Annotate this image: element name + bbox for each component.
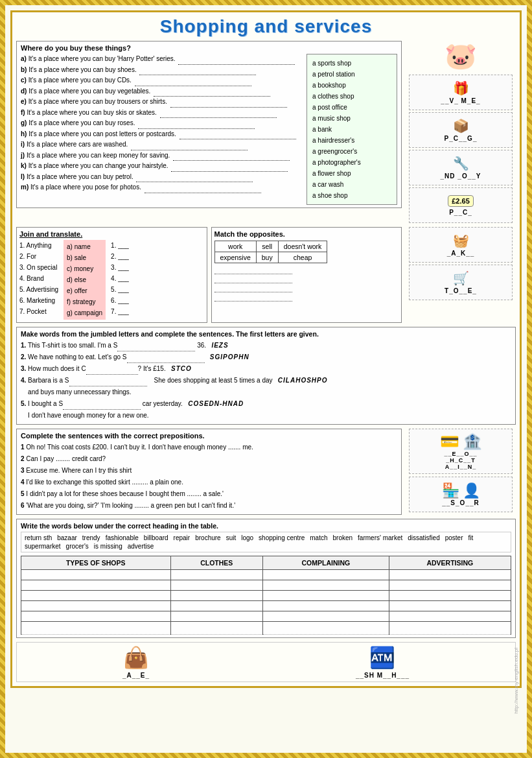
word-list: return sthbazaartrendyfashionablebillboa… [21,532,511,552]
col-advertising: ADVERTISING [389,556,511,570]
pig-icon: 🐷 [445,41,477,71]
question-g: g) It's a place where you can buy roses. [21,118,301,129]
question-a: a) It's a place where you can buy 'Harry… [21,54,301,65]
question-l: l) It's a place where you can buy petrol… [21,172,301,183]
question-f: f) It's a place where you can buy skis o… [21,108,301,119]
question-m: m) It's a place where you pose for photo… [21,182,301,193]
footer-row: 👜 _A__E_ 🏧 __SH M__H___ [16,642,516,682]
question-d: d) It's a place where you can buy vegeta… [21,86,301,97]
join-translate-section: Join and translate. 1. Anything 2. For 3… [16,227,207,323]
col-clothes: CLOTHES [170,556,263,570]
col-complaining: COMPLAINING [263,556,389,570]
word-table-section: Write the words below under the correct … [16,519,516,638]
img-box-cart: 🛒 T_O__E_ [409,265,513,300]
question-h: h) It's a place where you can post lette… [21,129,301,140]
col-shops: TYPES OF SHOPS [21,556,171,570]
question-j: j) It's a place where you can keep money… [21,150,301,161]
page-title: Shopping and services [16,16,516,37]
question-b: b) It's a place where you can buy shoes. [21,65,301,76]
watermark: http://www.my-english.edu.pl [513,648,519,714]
img-box-4: £2.65 P__C_ [409,187,513,223]
question-c: c) It's a place where you can buy CDs. [21,75,301,86]
question-e: e) It's a place where you can buy trouse… [21,97,301,108]
img-box-2: 📦 P_C__G_ [409,112,513,148]
vocab-box: a sports shop a petrol station a booksho… [306,54,397,205]
img-box-cashier: 💳 🏦 __E__O__ _H_C__T A__I__N_ [409,429,513,474]
jumbled-section: Make words from the jumbled letters and … [16,327,516,425]
where-heading: Where do you buy these things? [21,44,397,52]
footer-atm: 🏧 __SH M__H___ [356,645,410,679]
match-opposites-title: Match the opposites. [214,230,399,238]
img-box-cashier2: 🏪 👤 __S_O__R [409,477,513,512]
word-table-title: Write the words below under the correct … [21,522,511,530]
img-box-basket: 🧺 _A_K__ [409,227,513,263]
prepositions-section: Complete the sentences with the correct … [16,429,402,515]
img-box-1: 🎁 __V_ M_E_ [409,75,513,110]
join-translate-title: Join and translate. [19,230,204,238]
prepositions-title: Complete the sentences with the correct … [21,432,397,440]
jumbled-title: Make words from the jumbled letters and … [21,330,511,338]
question-i: i) It's a place where cars are washed. [21,139,301,150]
question-k: k) It's a place where you can change you… [21,161,301,172]
match-opposites-section: Match the opposites. workselldoesn't wor… [211,227,402,323]
img-box-3: 🔧 _ND _O__Y [409,150,513,185]
footer-wallet: 👜 _A__E_ [122,645,150,679]
